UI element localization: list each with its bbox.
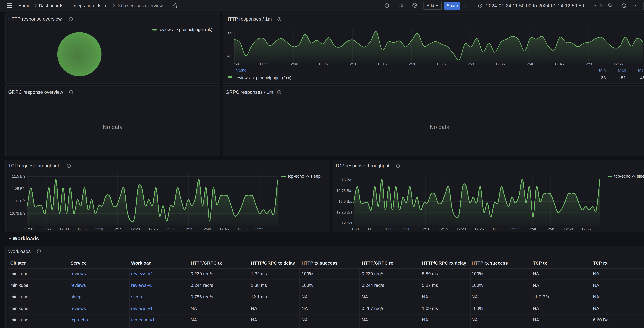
svg-text:12:20: 12:20 [407, 62, 416, 66]
svg-text:12:35: 12:35 [184, 227, 193, 231]
svg-text:12:10: 12:10 [95, 227, 104, 231]
svg-text:12:50: 12:50 [584, 62, 594, 66]
svg-text:12:55: 12:55 [255, 227, 264, 231]
svg-text:12:40: 12:40 [528, 227, 537, 231]
svg-text:40: 40 [228, 54, 232, 58]
svg-text:12.5 B/s: 12.5 B/s [338, 199, 352, 203]
svg-text:12:00: 12:00 [385, 227, 395, 231]
svg-text:11:50: 11:50 [230, 62, 239, 66]
svg-text:12:20: 12:20 [456, 227, 466, 231]
svg-text:12:55: 12:55 [582, 227, 591, 231]
svg-text:12:25: 12:25 [436, 62, 446, 66]
svg-text:13 B/s: 13 B/s [342, 178, 352, 182]
svg-text:11:55: 11:55 [42, 227, 51, 231]
svg-text:12:50: 12:50 [237, 227, 247, 231]
svg-text:12:45: 12:45 [546, 227, 555, 231]
svg-text:10.75 B/s: 10.75 B/s [10, 211, 26, 215]
svg-text:11.5 B/s: 11.5 B/s [12, 174, 26, 178]
svg-text:12:20: 12:20 [130, 227, 140, 231]
svg-text:12:35: 12:35 [510, 227, 520, 231]
svg-text:12:15: 12:15 [378, 62, 387, 66]
svg-text:12:45: 12:45 [220, 227, 229, 231]
svg-text:12:45: 12:45 [554, 62, 564, 66]
svg-text:11:50: 11:50 [24, 227, 33, 231]
svg-text:12:25: 12:25 [474, 227, 484, 231]
svg-text:12:15: 12:15 [439, 227, 448, 231]
svg-text:12:05: 12:05 [403, 227, 412, 231]
svg-text:12:05: 12:05 [77, 227, 87, 231]
svg-text:11:55: 11:55 [260, 62, 268, 66]
svg-text:12:15: 12:15 [113, 227, 122, 231]
svg-text:12:40: 12:40 [202, 227, 211, 231]
svg-text:12.75 B/s: 12.75 B/s [336, 188, 352, 193]
svg-text:12:40: 12:40 [525, 62, 534, 66]
svg-text:12:30: 12:30 [492, 227, 502, 231]
svg-text:12:00: 12:00 [289, 62, 298, 66]
svg-text:12:10: 12:10 [421, 227, 430, 231]
svg-text:50: 50 [228, 32, 232, 36]
svg-text:12:05: 12:05 [318, 62, 328, 66]
svg-text:12 B/s: 12 B/s [342, 221, 352, 225]
svg-text:12:30: 12:30 [466, 62, 476, 66]
svg-text:12:25: 12:25 [148, 227, 158, 231]
svg-text:12:35: 12:35 [496, 62, 505, 66]
svg-text:12:00: 12:00 [60, 227, 69, 231]
svg-text:12.25 B/s: 12.25 B/s [336, 210, 352, 214]
svg-text:12:10: 12:10 [348, 62, 357, 66]
svg-text:11.25 B/s: 11.25 B/s [10, 187, 26, 191]
svg-text:12:55: 12:55 [614, 62, 623, 66]
svg-text:11:55: 11:55 [368, 227, 376, 231]
svg-text:11:50: 11:50 [350, 227, 359, 231]
svg-text:11 B/s: 11 B/s [15, 199, 26, 203]
svg-text:12:50: 12:50 [564, 227, 573, 231]
svg-text:12:30: 12:30 [166, 227, 176, 231]
